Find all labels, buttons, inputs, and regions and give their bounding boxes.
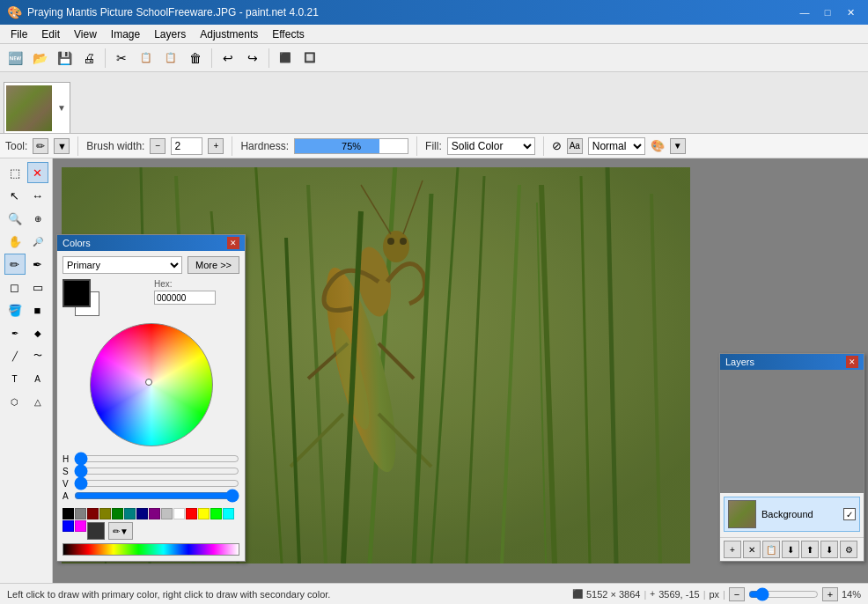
tool-text[interactable]: T bbox=[4, 368, 26, 389]
add-layer-button[interactable]: + bbox=[724, 541, 741, 558]
tool-eraser[interactable]: ◻ bbox=[4, 276, 26, 298]
color-type-select[interactable]: Primary Secondary bbox=[63, 256, 182, 274]
tool-cancel[interactable]: ✕ bbox=[27, 162, 48, 183]
tool-color-picker[interactable]: ◆ bbox=[27, 322, 48, 343]
saturation-slider[interactable] bbox=[74, 466, 239, 476]
layers-panel-close[interactable]: ✕ bbox=[846, 356, 858, 368]
brush-width-input[interactable] bbox=[171, 137, 202, 155]
delete-button[interactable]: 🗑 bbox=[184, 47, 207, 70]
palette-cell[interactable] bbox=[112, 508, 123, 519]
tool-pan[interactable]: ✋ bbox=[4, 231, 26, 252]
more-button[interactable]: More >> bbox=[188, 256, 239, 274]
tool-move-selection[interactable]: ↔ bbox=[27, 185, 48, 206]
canvas-area[interactable]: Colors ✕ Primary Secondary More >> bbox=[53, 158, 868, 583]
cursor-pos-icon: + bbox=[650, 589, 655, 599]
antialiasing-btn[interactable]: Aa bbox=[567, 138, 583, 154]
tool-zoom-add[interactable]: ⊕ bbox=[27, 208, 48, 229]
tool-recolor[interactable]: ✒ bbox=[4, 322, 26, 343]
deselect-button[interactable]: 🔲 bbox=[298, 47, 321, 70]
paste-button[interactable]: 📋 bbox=[159, 47, 182, 70]
colors-panel-close[interactable]: ✕ bbox=[227, 237, 239, 249]
tool-zoom2[interactable]: 🔎 bbox=[27, 231, 48, 252]
foreground-color-swatch[interactable] bbox=[63, 279, 91, 307]
tool-fill[interactable]: 🪣 bbox=[4, 299, 26, 320]
zoom-out-button[interactable]: − bbox=[729, 587, 745, 601]
color-black-btn[interactable] bbox=[87, 522, 105, 540]
cut-button[interactable]: ✂ bbox=[110, 47, 133, 70]
open-button[interactable]: 📂 bbox=[28, 47, 51, 70]
menu-effects[interactable]: Effects bbox=[265, 25, 311, 44]
palette-cell[interactable] bbox=[87, 508, 99, 519]
color-wheel[interactable] bbox=[90, 323, 213, 446]
zoom-slider[interactable] bbox=[748, 588, 819, 600]
layer-item-background[interactable]: Background ✓ bbox=[724, 497, 860, 532]
palette-cell[interactable] bbox=[210, 508, 222, 519]
tool-line[interactable]: ╱ bbox=[4, 345, 26, 366]
palette-cell[interactable] bbox=[75, 520, 86, 532]
move-layer-up-button[interactable]: ⬆ bbox=[801, 541, 819, 558]
tool-pencil[interactable]: ✏ bbox=[4, 254, 26, 275]
palette-cell[interactable] bbox=[198, 508, 210, 519]
new-button[interactable]: 🆕 bbox=[4, 47, 26, 70]
undo-button[interactable]: ↩ bbox=[217, 47, 239, 70]
menu-image[interactable]: Image bbox=[104, 25, 147, 44]
select-all-button[interactable]: ⬛ bbox=[274, 47, 297, 70]
minimize-button[interactable]: — bbox=[794, 4, 815, 21]
palette-cell[interactable] bbox=[161, 508, 173, 519]
brush-width-increase[interactable]: + bbox=[208, 138, 224, 154]
print-button[interactable]: 🖨 bbox=[77, 47, 100, 70]
alpha-slider[interactable] bbox=[74, 490, 239, 501]
duplicate-layer-button[interactable]: 📋 bbox=[762, 541, 780, 558]
tool-secondary-btn[interactable]: ▼ bbox=[54, 138, 70, 154]
palette-cell[interactable] bbox=[75, 508, 86, 519]
tool-ellipse[interactable]: ⬡ bbox=[4, 391, 26, 412]
blend-extra-btn[interactable]: ▼ bbox=[670, 138, 686, 154]
palette-cell[interactable] bbox=[124, 508, 136, 519]
palette-cell[interactable] bbox=[149, 508, 160, 519]
close-button[interactable]: ✕ bbox=[840, 4, 861, 21]
menu-layers[interactable]: Layers bbox=[147, 25, 193, 44]
fill-select[interactable]: Solid Color Gradient Transparent bbox=[447, 137, 535, 155]
tool-move[interactable]: ↖ bbox=[4, 185, 26, 206]
tool-shape[interactable]: △ bbox=[27, 391, 48, 412]
copy-button[interactable]: 📋 bbox=[135, 47, 158, 70]
brush-width-decrease[interactable]: − bbox=[150, 138, 166, 154]
tool-zoom[interactable]: 🔍 bbox=[4, 208, 26, 229]
color-spectrum-bar[interactable] bbox=[63, 543, 239, 556]
tool-rectangle-select[interactable]: ⬚ bbox=[4, 162, 26, 183]
layer-properties-button[interactable]: ⚙ bbox=[840, 541, 857, 558]
redo-button[interactable]: ↪ bbox=[241, 47, 264, 70]
color-extra-btn[interactable]: ✏▼ bbox=[108, 522, 133, 540]
palette-cell[interactable] bbox=[173, 508, 185, 519]
value-slider[interactable] bbox=[74, 478, 239, 489]
tool-icon-pencil[interactable]: ✏ bbox=[33, 138, 48, 154]
palette-cell[interactable] bbox=[186, 508, 197, 519]
tool-curve[interactable]: 〜 bbox=[27, 345, 48, 366]
menu-view[interactable]: View bbox=[67, 25, 104, 44]
zoom-in-button[interactable]: + bbox=[822, 587, 838, 601]
save-button[interactable]: 💾 bbox=[53, 47, 76, 70]
tool-brush[interactable]: ✒ bbox=[27, 254, 48, 275]
palette-cell[interactable] bbox=[99, 508, 111, 519]
palette-cell[interactable] bbox=[223, 508, 234, 519]
menu-adjustments[interactable]: Adjustments bbox=[193, 25, 265, 44]
tool-text-style[interactable]: A bbox=[27, 368, 48, 389]
tool-rect[interactable]: ▭ bbox=[27, 276, 48, 298]
tab-dropdown-arrow[interactable]: ▼ bbox=[55, 101, 68, 114]
blend-mode-select[interactable]: Normal Multiply Screen bbox=[588, 137, 645, 155]
menu-edit[interactable]: Edit bbox=[34, 25, 67, 44]
maximize-button[interactable]: □ bbox=[817, 4, 838, 21]
palette-cell[interactable] bbox=[136, 508, 148, 519]
hue-slider[interactable] bbox=[74, 453, 239, 464]
tool-clone[interactable]: ■ bbox=[27, 299, 48, 320]
move-layer-down-button[interactable]: ⬇ bbox=[820, 541, 838, 558]
palette-cell[interactable] bbox=[63, 520, 74, 532]
delete-layer-button[interactable]: ✕ bbox=[743, 541, 761, 558]
menu-file[interactable]: File bbox=[4, 25, 34, 44]
image-tab[interactable]: ▼ bbox=[4, 82, 70, 133]
color-hex-input[interactable] bbox=[154, 291, 216, 305]
hardness-slider[interactable]: 75% bbox=[294, 138, 408, 154]
layer-visibility-check[interactable]: ✓ bbox=[843, 508, 856, 520]
palette-cell[interactable] bbox=[63, 508, 74, 519]
merge-layer-button[interactable]: ⬇ bbox=[782, 541, 799, 558]
